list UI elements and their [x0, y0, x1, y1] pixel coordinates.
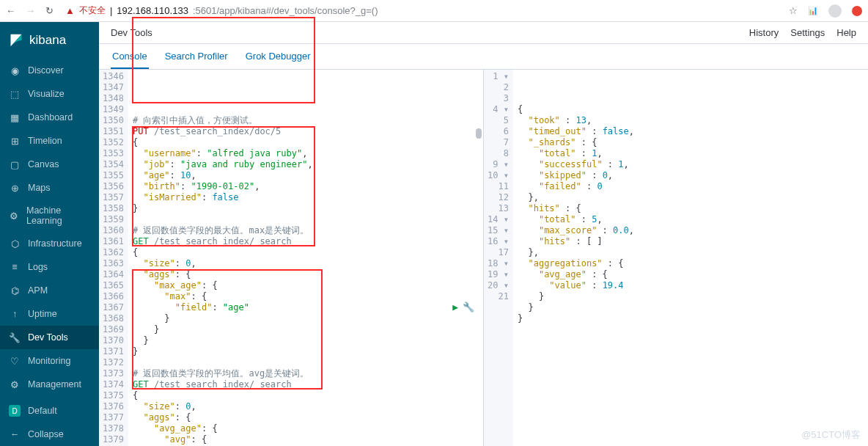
code-line: "failed" : 0: [518, 181, 864, 192]
top-links: HistorySettingsHelp: [749, 27, 856, 38]
code-line[interactable]: [133, 104, 479, 115]
code-line[interactable]: # 向索引中插入值，方便测试。: [133, 115, 479, 126]
address-bar[interactable]: ▲ 不安全 | 192.168.110.133:5601/app/kibana#…: [61, 4, 781, 17]
response-code[interactable]: { "took" : 13, "timed_out" : false, "_sh…: [513, 70, 868, 446]
code-line[interactable]: "username": "alfred java ruby",: [133, 148, 479, 159]
wrench-icon[interactable]: 🔧: [463, 301, 474, 312]
collapse-button[interactable]: ← Collapse: [0, 423, 99, 446]
url-host: 192.168.110.133: [117, 5, 188, 16]
request-editor[interactable]: 1346134713481349135013511352135313541355…: [99, 70, 484, 446]
back-icon[interactable]: ←: [6, 5, 15, 16]
sidebar: kibana ◉Discover⬚Visualize▦Dashboard⊞Tim…: [0, 22, 99, 446]
sidebar-item-uptime[interactable]: ↑Uptime: [0, 302, 99, 326]
nav-label: Monitoring: [28, 356, 70, 366]
code-line: "timed_out" : false,: [518, 126, 864, 137]
nav-label: Uptime: [28, 309, 57, 319]
editor-code[interactable]: # 向索引中插入值，方便测试。PUT /test_search_index/do…: [128, 70, 483, 446]
code-line[interactable]: "field": "age": [133, 302, 479, 313]
code-line[interactable]: "avg_age": {: [133, 423, 479, 434]
sidebar-item-monitoring[interactable]: ♡Monitoring: [0, 349, 99, 373]
extension-red-icon[interactable]: [852, 6, 862, 16]
sidebar-item-discover[interactable]: ◉Discover: [0, 59, 99, 82]
code-line[interactable]: {: [133, 247, 479, 258]
sidebar-item-dev-tools[interactable]: 🔧Dev Tools: [0, 326, 99, 349]
nav-label: APM: [28, 285, 48, 296]
code-line[interactable]: "age": 10,: [133, 170, 479, 181]
code-line[interactable]: "size": 0,: [133, 258, 479, 269]
code-line: "_shards" : {: [518, 137, 864, 148]
code-line: },: [518, 192, 864, 203]
sidebar-item-infrastructure[interactable]: ⬡Infrastructure: [0, 232, 99, 255]
code-line[interactable]: {: [133, 390, 479, 401]
nav-label: Canvas: [28, 159, 59, 169]
nav-icon: 🔧: [9, 332, 21, 343]
sidebar-item-machine-learning[interactable]: ⚙Machine Learning: [0, 200, 99, 232]
nav-label: Management: [28, 379, 81, 390]
code-line[interactable]: [133, 214, 479, 225]
code-line: }: [518, 313, 864, 324]
profile-avatar[interactable]: [828, 4, 842, 18]
code-line[interactable]: "max": {: [133, 291, 479, 302]
nav-label: Discover: [28, 65, 64, 76]
code-line[interactable]: # 返回数值类字段的平均值。avg是关键词。: [133, 368, 479, 379]
brand-logo[interactable]: kibana: [0, 22, 99, 59]
forward-icon[interactable]: →: [26, 5, 35, 16]
tab-grok-debugger[interactable]: Grok Debugger: [244, 45, 312, 69]
sidebar-item-management[interactable]: ⚙Management: [0, 373, 99, 396]
code-line[interactable]: "aggs": {: [133, 412, 479, 423]
code-line[interactable]: "size": 0,: [133, 401, 479, 412]
run-button[interactable]: ▶: [452, 301, 458, 312]
code-line[interactable]: PUT /test_search_index/doc/5: [133, 126, 479, 137]
scrollbar-thumb[interactable]: [476, 128, 482, 139]
code-line[interactable]: GET /test_search_index/_search: [133, 379, 479, 390]
code-line[interactable]: "job": "java and ruby engineer",: [133, 159, 479, 170]
code-line[interactable]: }: [133, 313, 479, 324]
top-link-history[interactable]: History: [749, 27, 779, 38]
code-line[interactable]: # 返回数值类字段的最大值。max是关键词。: [133, 225, 479, 236]
reload-icon[interactable]: ↻: [45, 5, 54, 16]
code-line: }: [518, 302, 864, 313]
top-link-help[interactable]: Help: [836, 27, 856, 38]
code-line: "max_score" : 0.0,: [518, 225, 864, 236]
sidebar-item-apm[interactable]: ⌬APM: [0, 279, 99, 302]
code-line: }: [518, 291, 864, 302]
code-line[interactable]: [133, 357, 479, 368]
bookmark-icon[interactable]: ☆: [789, 5, 798, 16]
code-line: "successful" : 1,: [518, 159, 864, 170]
brand-text: kibana: [29, 33, 66, 48]
extension-icon[interactable]: 📊: [808, 6, 818, 15]
sidebar-item-visualize[interactable]: ⬚Visualize: [0, 82, 99, 106]
tab-search-profiler[interactable]: Search Profiler: [163, 45, 229, 69]
code-line: [518, 324, 864, 335]
code-line: "hits" : {: [518, 203, 864, 214]
code-line[interactable]: "max_age": {: [133, 280, 479, 291]
top-link-settings[interactable]: Settings: [790, 27, 825, 38]
code-line[interactable]: "birth": "1990-01-02",: [133, 181, 479, 192]
code-line: "avg_age" : {: [518, 269, 864, 280]
nav-label: Machine Learning: [26, 205, 90, 226]
code-line[interactable]: }: [133, 324, 479, 335]
code-line: "skipped" : 0,: [518, 170, 864, 181]
sidebar-item-canvas[interactable]: ▢Canvas: [0, 153, 99, 176]
sidebar-item-maps[interactable]: ⊕Maps: [0, 176, 99, 200]
code-line[interactable]: }: [133, 346, 479, 357]
code-line[interactable]: "avg": {: [133, 434, 479, 445]
sidebar-item-timelion[interactable]: ⊞Timelion: [0, 129, 99, 153]
code-line: "total" : 5,: [518, 214, 864, 225]
nav-icon: ▢: [9, 158, 21, 170]
code-line[interactable]: }: [133, 203, 479, 214]
space-selector[interactable]: D Default: [0, 399, 99, 423]
code-line[interactable]: }: [133, 335, 479, 346]
sidebar-item-logs[interactable]: ≡Logs: [0, 255, 99, 279]
code-line[interactable]: GET /test_search_index/_search: [133, 236, 479, 247]
nav-icon: ⚙: [9, 210, 19, 222]
code-line[interactable]: {: [133, 137, 479, 148]
tab-console[interactable]: Console: [111, 45, 149, 69]
code-line[interactable]: "aggs": {: [133, 269, 479, 280]
response-pane: 1 ▾234 ▾56789 ▾10 ▾11121314 ▾15 ▾16 ▾171…: [484, 70, 868, 446]
sidebar-item-dashboard[interactable]: ▦Dashboard: [0, 106, 99, 129]
request-actions: ▶ 🔧: [452, 301, 474, 312]
browser-toolbar: ← → ↻ ▲ 不安全 | 192.168.110.133:5601/app/k…: [0, 0, 868, 22]
code-line[interactable]: "isMarried": false: [133, 192, 479, 203]
nav-label: Visualize: [28, 89, 65, 99]
